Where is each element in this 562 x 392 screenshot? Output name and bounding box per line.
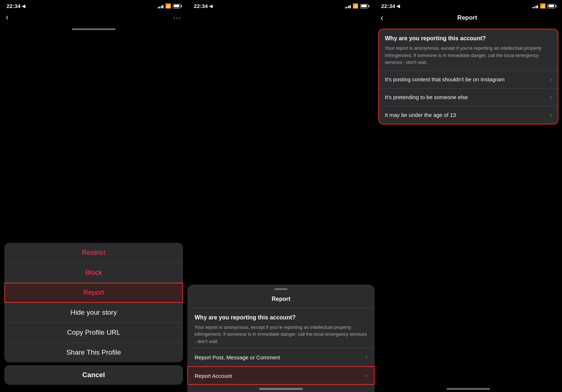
- status-right-3: 📶: [532, 3, 556, 9]
- report-card-subtext: Your report is anonymous, except if you'…: [385, 45, 552, 66]
- home-indicator-2: [187, 385, 375, 392]
- phone-panel-2: 22:34 ◀ 📶 Report Why are you reporting t…: [187, 0, 375, 392]
- wifi-icon-1: 📶: [165, 3, 171, 9]
- action-share-profile[interactable]: Share This Profile: [4, 343, 183, 362]
- action-block[interactable]: Block: [4, 263, 183, 283]
- battery-icon-2: [360, 4, 368, 8]
- report-sheet: Report Why are you reporting this accoun…: [187, 285, 375, 392]
- action-sheet: Restrict Block Report Hide your story Co…: [0, 239, 187, 392]
- action-sheet-main: Restrict Block Report Hide your story Co…: [4, 243, 183, 362]
- top-nav-3: ‹ Report: [375, 11, 562, 26]
- signal-icon-3: [532, 4, 538, 8]
- location-arrow-icon-2: ◀: [209, 4, 212, 9]
- back-button-3[interactable]: ‹: [380, 13, 383, 23]
- battery-icon-3: [547, 4, 555, 8]
- action-cancel[interactable]: Cancel: [4, 365, 183, 385]
- time-1: 22:34: [7, 3, 20, 9]
- signal-icon-2: [345, 4, 351, 8]
- status-left-2: 22:34 ◀: [194, 3, 212, 9]
- report-question-2: Why are you reporting this account?: [195, 314, 367, 321]
- more-button-1[interactable]: ···: [173, 13, 182, 22]
- report-subtext-2: Your report is anonymous, except if you'…: [195, 324, 367, 345]
- report-option-content-label: It's posting content that shouldn't be o…: [385, 76, 550, 82]
- phone-panel-1: 22:34 ◀ 📶 ‹ ··· Restrict Block Report Hi…: [0, 0, 187, 392]
- chevron-icon-content: ›: [550, 76, 552, 83]
- nav-title-3: Report: [387, 14, 547, 21]
- report-option-pretending-label: It's pretending to be someone else: [385, 94, 550, 100]
- report-card-header: Why are you reporting this account? Your…: [379, 29, 558, 70]
- report-option-pretending[interactable]: It's pretending to be someone else ›: [379, 88, 558, 106]
- top-nav-1: ‹ ···: [0, 11, 187, 25]
- chevron-icon-account: ›: [366, 372, 367, 379]
- wifi-icon-2: 📶: [353, 3, 358, 9]
- chevron-icon-post: ›: [366, 354, 367, 360]
- location-arrow-icon-3: ◀: [396, 4, 400, 9]
- action-hide-story[interactable]: Hide your story: [4, 303, 183, 323]
- report-option-post[interactable]: Report Post, Message or Comment ›: [187, 348, 375, 366]
- report-card-question: Why are you reporting this account?: [385, 35, 552, 42]
- report-card: Why are you reporting this account? Your…: [379, 29, 558, 124]
- action-report[interactable]: Report: [4, 283, 183, 303]
- location-arrow-icon-1: ◀: [22, 4, 25, 9]
- status-right-1: 📶: [158, 3, 181, 9]
- home-indicator-3: [375, 385, 562, 392]
- sheet-title: Report: [187, 292, 375, 309]
- status-bar-1: 22:34 ◀ 📶: [0, 0, 187, 11]
- status-bar-2: 22:34 ◀ 📶: [187, 0, 375, 11]
- report-option-post-label: Report Post, Message or Comment: [195, 354, 366, 360]
- status-left-3: 22:34 ◀: [381, 3, 400, 9]
- wifi-icon-3: 📶: [540, 3, 546, 9]
- signal-icon-1: [158, 4, 164, 8]
- report-option-account[interactable]: Report Account ›: [187, 366, 375, 385]
- status-bar-3: 22:34 ◀ 📶: [375, 0, 562, 11]
- back-button-1[interactable]: ‹: [6, 13, 8, 22]
- sheet-handle: [274, 288, 288, 290]
- time-2: 22:34: [194, 3, 208, 9]
- chevron-icon-age: ›: [550, 112, 552, 118]
- home-indicator-1: [0, 25, 187, 32]
- report-option-age-label: It may be under the age of 13: [385, 112, 550, 118]
- report-description: Why are you reporting this account? Your…: [187, 309, 375, 348]
- action-copy-profile-url[interactable]: Copy Profile URL: [4, 323, 183, 343]
- battery-icon-1: [173, 4, 181, 8]
- status-right-2: 📶: [345, 3, 368, 9]
- time-3: 22:34: [381, 3, 395, 9]
- status-left-1: 22:34 ◀: [7, 3, 25, 9]
- action-restrict[interactable]: Restrict: [4, 243, 183, 263]
- report-option-content[interactable]: It's posting content that shouldn't be o…: [379, 70, 558, 88]
- report-option-age[interactable]: It may be under the age of 13 ›: [379, 106, 558, 124]
- phone-panel-3: 22:34 ◀ 📶 ‹ Report Why are you reporting…: [375, 0, 562, 392]
- chevron-icon-pretending: ›: [550, 94, 552, 101]
- report-option-account-label: Report Account: [195, 373, 366, 379]
